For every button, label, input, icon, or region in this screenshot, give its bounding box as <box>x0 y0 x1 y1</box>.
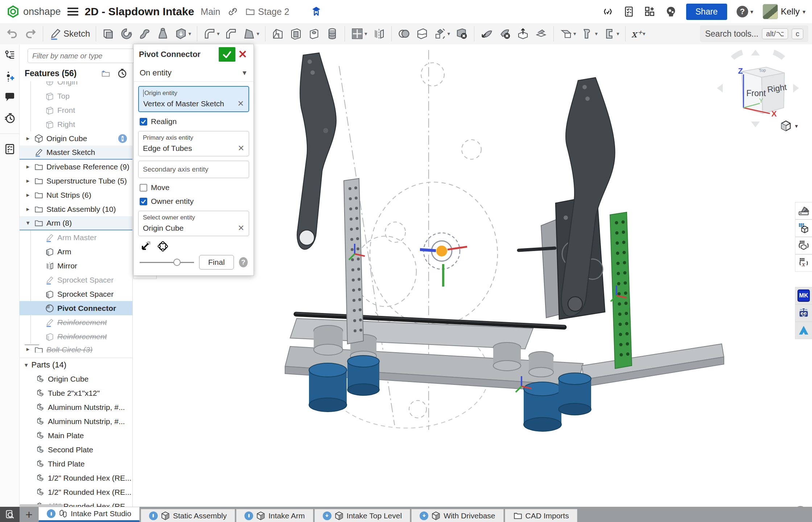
move-checkbox-row[interactable]: Move <box>140 183 248 192</box>
linear-pattern-button[interactable]: ▾ <box>349 25 370 42</box>
clear-selection-icon[interactable]: ✕ <box>238 99 244 108</box>
frame-button[interactable]: ▾ <box>601 25 622 42</box>
release-flag-icon[interactable] <box>310 6 322 17</box>
chevron-right-icon[interactable]: ▸ <box>25 191 31 199</box>
feature-row-right-plane[interactable]: Right <box>20 117 132 131</box>
history-icon[interactable] <box>4 112 16 124</box>
part-row[interactable]: Tube 2"x1"x12" <box>20 386 132 400</box>
feature-row-sprocket-spacer[interactable]: Sprocket Spacer <box>20 287 132 301</box>
feature-row-clipped-folder[interactable]: ▸Bolt Circle (3) <box>20 345 132 353</box>
redo-button[interactable] <box>22 25 39 42</box>
tasks-checklist-icon[interactable] <box>623 6 635 17</box>
feature-row-superstructure-tube[interactable]: ▸Superstructure Tube (5) <box>20 174 132 188</box>
element-search-button[interactable] <box>0 507 20 522</box>
apps-grid-plus-icon[interactable] <box>644 6 656 17</box>
feature-row-pivot-connector[interactable]: Pivot Connector <box>20 301 132 315</box>
chamfer-button[interactable] <box>222 25 240 42</box>
new-folder-icon[interactable] <box>100 68 111 78</box>
part-row[interactable]: Second Plate <box>20 443 132 457</box>
extract-button[interactable] <box>514 25 532 42</box>
feature-row-origin-cube[interactable]: ▸Origin Cube <box>20 131 132 145</box>
part-row[interactable]: Main Plate <box>20 428 132 443</box>
primary-axis-field[interactable]: Primary axis entity Edge of Tubes✕ <box>138 131 249 156</box>
move-checkbox[interactable] <box>140 184 147 192</box>
feature-row-master-sketch[interactable]: Master Sketch <box>20 145 132 160</box>
user-menu[interactable]: Kelly ▾ <box>763 4 805 19</box>
tab-cad-imports[interactable]: CAD Imports <box>505 509 577 522</box>
add-tab-button[interactable]: + <box>20 507 38 522</box>
rotate-axis-icon[interactable] <box>157 241 169 252</box>
dialog-help-icon[interactable]: ? <box>239 257 248 267</box>
chevron-right-icon[interactable]: ▸ <box>25 205 31 213</box>
filter-input[interactable] <box>28 49 134 63</box>
move-face-button[interactable] <box>478 25 495 42</box>
tab-with-drivebase[interactable]: With Drivebase <box>411 509 503 522</box>
feature-row-mirror[interactable]: Mirror <box>20 259 132 273</box>
feature-list-icon[interactable] <box>4 49 16 61</box>
chevron-right-icon[interactable]: ▸ <box>25 163 31 170</box>
link-icon[interactable] <box>227 6 239 17</box>
feature-row-sprocket-spacer-sketch[interactable]: Sprocket Spacer <box>20 273 132 287</box>
sweep-button[interactable] <box>136 25 153 42</box>
part-row[interactable]: 1/2" Rounded Hex (RE... <box>20 485 132 499</box>
versions-icon[interactable] <box>4 70 16 82</box>
rollback-clock-icon[interactable] <box>117 68 127 78</box>
appearance-panel-button[interactable] <box>795 202 812 219</box>
part-row[interactable]: 1/2" Rounded Hex (RE... <box>20 471 132 485</box>
feature-row-nut-strips[interactable]: ▸Nut Strips (6) <box>20 188 132 202</box>
robot-app-button[interactable] <box>795 304 812 322</box>
mkcad-app-button[interactable]: MK <box>795 287 812 304</box>
chevron-right-icon[interactable]: ▸ <box>25 177 31 185</box>
owner-entity-field[interactable]: Select owner entity Origin Cube✕ <box>138 211 249 236</box>
delete-face-button[interactable] <box>496 25 514 42</box>
chevron-right-icon[interactable]: ▸ <box>25 135 31 142</box>
final-button[interactable]: Final <box>199 255 234 270</box>
feature-row-reinforcement[interactable]: Reinforcement <box>20 329 132 344</box>
clear-selection-icon[interactable]: ✕ <box>238 144 244 153</box>
learning-insights-icon[interactable] <box>665 6 677 17</box>
chevron-down-icon[interactable]: ▾ <box>25 219 31 227</box>
part-row[interactable]: Aluminum Nutstrip, #... <box>20 414 132 428</box>
tab-static-assembly[interactable]: Static Assembly <box>141 509 235 522</box>
feature-row-origin[interactable]: Origin <box>20 81 132 89</box>
follow-checklist-icon[interactable] <box>4 143 16 155</box>
draft-button[interactable]: ▾ <box>240 25 261 42</box>
mode-dropdown[interactable]: On entity ▼ <box>134 65 254 82</box>
feature-row-arm[interactable]: Arm <box>20 244 132 259</box>
undo-button[interactable] <box>4 25 21 42</box>
feature-row-front-plane[interactable]: Front <box>20 103 132 117</box>
hole-button[interactable] <box>305 25 323 42</box>
owner-entity-checkbox-row[interactable]: Owner entity <box>140 197 248 206</box>
rib-button[interactable] <box>269 25 287 42</box>
revolve-button[interactable] <box>118 25 135 42</box>
slider-knob[interactable] <box>173 259 181 266</box>
variable-button[interactable]: x⁺▾ <box>629 26 648 42</box>
feature-row-drivebase-reference[interactable]: ▸Drivebase Reference (9) <box>20 160 132 174</box>
owner-entity-checkbox[interactable] <box>140 198 147 205</box>
clear-selection-icon[interactable]: ✕ <box>238 223 244 233</box>
tab-intake-arm[interactable]: Intake Arm <box>236 509 313 522</box>
modify-fillet-button[interactable] <box>532 25 550 42</box>
grid-cube-app-button[interactable] <box>795 219 812 237</box>
search-tools-box[interactable]: Search tools... alt/⌥ c <box>700 25 808 42</box>
delete-part-button[interactable] <box>453 25 470 42</box>
realign-checkbox[interactable] <box>140 118 147 126</box>
sheet-metal-button[interactable]: ▾ <box>579 25 600 42</box>
feature-row-top-plane[interactable]: Top <box>20 89 132 103</box>
confirm-button[interactable] <box>219 47 235 62</box>
document-title[interactable]: 2D - Slapdown Intake <box>85 5 194 18</box>
fillet-button[interactable]: ▾ <box>201 25 222 42</box>
help-menu[interactable]: ? ▾ <box>737 6 753 17</box>
split-button[interactable] <box>413 25 431 42</box>
workspace-name[interactable]: Main <box>201 7 220 17</box>
feature-row-static-assembly[interactable]: ▸Static Assembly (10) <box>20 202 132 216</box>
hole-cylinder-button[interactable] <box>323 25 341 42</box>
onshape-logo[interactable]: onshape <box>7 5 61 18</box>
triangle-app-button[interactable] <box>795 322 812 339</box>
view-cube-front-label[interactable]: Front <box>746 89 766 98</box>
boolean-button[interactable] <box>395 25 413 42</box>
realign-checkbox-row[interactable]: Realign <box>140 117 248 126</box>
grid-braces-app-button[interactable] <box>795 237 812 254</box>
share-button[interactable]: Share <box>686 4 727 20</box>
main-menu-icon[interactable] <box>67 8 78 16</box>
